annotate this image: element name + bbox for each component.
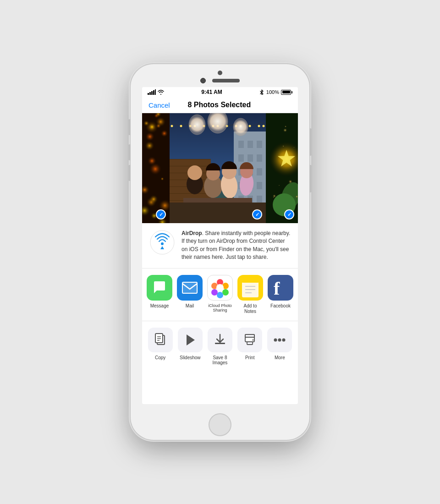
svg-rect-7 xyxy=(182,282,197,293)
battery-percent: 100% xyxy=(266,89,279,95)
bluetooth-icon xyxy=(259,89,264,95)
screen: 9:41 AM 100% Cancel 8 Photos Selected xyxy=(142,87,298,404)
mail-label: Mail xyxy=(186,303,194,309)
speaker-camera-row xyxy=(200,78,240,83)
photo-check-3[interactable] xyxy=(284,209,294,219)
share-apps-row: Message Mail xyxy=(142,268,298,321)
mail-icon[interactable] xyxy=(177,275,203,301)
phone-frame: 9:41 AM 100% Cancel 8 Photos Selected xyxy=(131,64,309,440)
share-app-mail[interactable]: Mail xyxy=(177,275,203,314)
airdrop-description: AirDrop. Share instantly with people nea… xyxy=(182,230,291,262)
actions-row: Copy Slideshow Save 8Images xyxy=(142,321,298,372)
phone-top xyxy=(131,64,309,87)
print-label: Print xyxy=(245,355,255,360)
svg-point-31 xyxy=(253,339,254,340)
airdrop-bold: AirDrop xyxy=(182,230,202,236)
svg-point-6 xyxy=(161,242,164,245)
notes-label: Add to Notes xyxy=(237,303,263,314)
nav-bar: Cancel 8 Photos Selected xyxy=(142,97,298,113)
more-dots-icon xyxy=(273,338,286,342)
signal-icon xyxy=(148,89,156,95)
icloud-icon[interactable] xyxy=(207,275,233,301)
slideshow-label: Slideshow xyxy=(180,355,201,360)
save-icon-box[interactable] xyxy=(208,328,232,352)
save-label: Save 8Images xyxy=(213,355,228,365)
action-more[interactable]: More xyxy=(267,328,292,365)
battery-area: 100% xyxy=(259,89,292,95)
action-print[interactable]: Print xyxy=(237,328,262,365)
photo-thumb-1[interactable] xyxy=(142,113,170,223)
print-icon xyxy=(243,334,257,346)
copy-icon xyxy=(154,333,167,347)
airdrop-section: AirDrop. Share instantly with people nea… xyxy=(142,223,298,268)
signal-area xyxy=(148,89,165,95)
share-app-facebook[interactable]: f Facebook xyxy=(268,275,293,314)
svg-text:f: f xyxy=(274,279,280,296)
copy-label: Copy xyxy=(155,355,165,360)
message-label: Message xyxy=(150,303,169,309)
airdrop-icon xyxy=(149,230,175,255)
svg-rect-3 xyxy=(153,90,154,95)
page-title: 8 Photos Selected xyxy=(187,101,251,109)
share-app-message[interactable]: Message xyxy=(147,275,172,314)
svg-rect-1 xyxy=(149,92,151,95)
status-time: 9:41 AM xyxy=(201,89,222,95)
svg-point-15 xyxy=(216,284,224,291)
svg-point-11 xyxy=(222,289,229,296)
camera-dot xyxy=(218,71,222,75)
speaker-grille xyxy=(212,79,240,82)
action-slideshow[interactable]: Slideshow xyxy=(178,328,203,365)
download-icon xyxy=(214,334,226,346)
svg-rect-17 xyxy=(242,278,259,283)
notes-icon[interactable] xyxy=(237,275,263,301)
svg-point-13 xyxy=(211,289,218,296)
action-copy[interactable]: Copy xyxy=(148,328,173,365)
slideshow-icon-box[interactable] xyxy=(178,328,203,352)
photo-thumb-2[interactable] xyxy=(170,113,266,223)
icloud-label: iCloud PhotoSharing xyxy=(208,303,232,313)
svg-rect-23 xyxy=(155,334,163,343)
more-label: More xyxy=(275,355,285,360)
photo-thumb-3[interactable] xyxy=(266,113,298,223)
photo-check-2[interactable] xyxy=(252,209,262,219)
facebook-label: Facebook xyxy=(270,303,291,309)
svg-rect-27 xyxy=(215,343,225,344)
share-app-icloud[interactable]: iCloud PhotoSharing xyxy=(207,275,233,314)
svg-point-34 xyxy=(282,338,286,341)
action-save[interactable]: Save 8Images xyxy=(208,328,232,365)
svg-rect-4 xyxy=(155,89,156,95)
play-icon xyxy=(185,334,196,346)
print-icon-box[interactable] xyxy=(237,328,262,352)
wifi-icon xyxy=(157,89,165,95)
front-camera xyxy=(200,78,206,83)
photo-check-1[interactable] xyxy=(156,209,166,219)
message-icon[interactable] xyxy=(147,275,172,301)
svg-rect-0 xyxy=(148,93,149,95)
cancel-button[interactable]: Cancel xyxy=(148,101,170,109)
svg-point-32 xyxy=(274,338,277,341)
copy-icon-box[interactable] xyxy=(148,328,173,352)
facebook-icon[interactable]: f xyxy=(268,275,293,301)
svg-point-12 xyxy=(217,292,223,298)
photos-strip xyxy=(142,113,298,223)
share-app-notes[interactable]: Add to Notes xyxy=(237,275,263,314)
more-icon-box[interactable] xyxy=(267,328,292,352)
battery-icon xyxy=(281,90,292,95)
svg-point-33 xyxy=(278,338,281,341)
svg-rect-2 xyxy=(151,91,153,95)
home-button[interactable] xyxy=(209,413,231,436)
status-bar: 9:41 AM 100% xyxy=(142,87,298,97)
